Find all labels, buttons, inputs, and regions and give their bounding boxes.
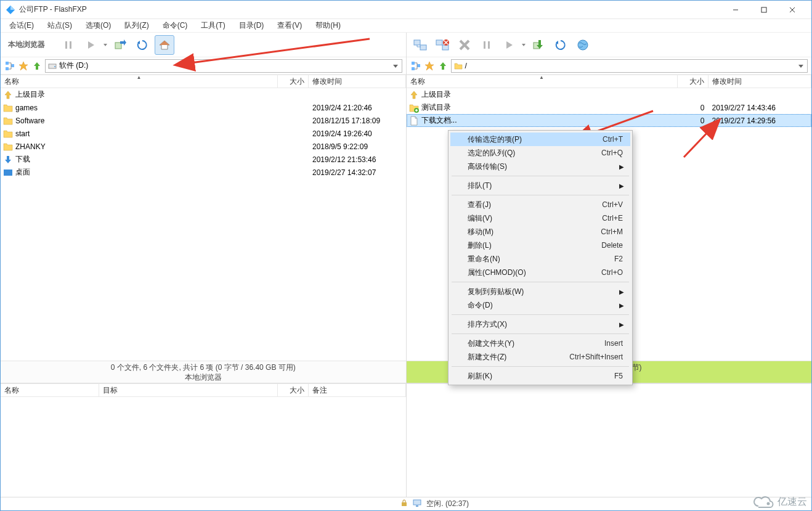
refresh-button[interactable] xyxy=(132,35,152,55)
context-menu-item[interactable]: 编辑(V)Ctrl+E xyxy=(450,211,630,225)
transfer-button[interactable] xyxy=(110,35,130,55)
context-menu-item[interactable]: 复制到剪贴板(W)▶ xyxy=(450,285,630,298)
context-menu-item[interactable]: 重命名(N)F2 xyxy=(450,252,630,266)
menu-shortcut: F2 xyxy=(614,255,623,263)
minimize-button[interactable] xyxy=(721,1,750,19)
queue-body[interactable] xyxy=(1,397,406,497)
menu-item[interactable]: 查看(V) xyxy=(272,19,307,32)
svg-rect-46 xyxy=(402,502,407,506)
up-arrow-icon[interactable] xyxy=(31,60,43,72)
context-menu-item[interactable]: 移动(M)Ctrl+M xyxy=(450,225,630,239)
menu-item[interactable]: 会话(E) xyxy=(4,19,39,32)
svg-rect-47 xyxy=(413,500,421,505)
context-menu-item[interactable]: 排队(T)▶ xyxy=(450,179,630,192)
dropdown-icon[interactable] xyxy=(521,39,526,51)
context-menu-item[interactable]: 选定的队列(Q)Ctrl+Q xyxy=(450,146,630,160)
queue-col-target[interactable]: 目标 xyxy=(99,384,278,396)
svg-rect-23 xyxy=(420,45,426,50)
context-menu-item[interactable]: 高级传输(S)▶ xyxy=(450,160,630,173)
queue-col-size[interactable]: 大小 xyxy=(278,384,309,396)
close-button[interactable] xyxy=(778,1,806,19)
col-mtime[interactable]: 修改时间 xyxy=(309,75,406,88)
menu-item[interactable]: 工具(T) xyxy=(196,19,230,32)
col-mtime[interactable]: 修改时间 xyxy=(708,75,812,88)
local-file-list[interactable]: 上级目录games2019/2/4 21:20:46Software2018/1… xyxy=(1,88,406,361)
svg-rect-40 xyxy=(417,64,420,67)
disconnect-button[interactable] xyxy=(432,35,452,55)
context-menu-item[interactable]: 传输选定的项(P)Ctrl+T xyxy=(450,133,630,146)
svg-marker-41 xyxy=(425,62,434,70)
menu-shortcut: Ctrl+T xyxy=(603,135,623,144)
item-name: 下载文档... xyxy=(421,115,457,126)
context-menu-item[interactable]: 命令(D)▶ xyxy=(450,298,630,312)
menu-item[interactable]: 目录(D) xyxy=(234,19,269,32)
queue-col-note[interactable]: 备注 xyxy=(309,384,406,396)
svg-rect-6 xyxy=(65,41,67,49)
connect-button[interactable] xyxy=(410,35,430,55)
svg-rect-39 xyxy=(412,67,415,70)
local-columns: ▲名称 大小 修改时间 xyxy=(1,75,406,88)
menu-label: 删除(L) xyxy=(468,240,492,251)
submenu-arrow-icon: ▶ xyxy=(619,288,624,295)
queue-col-name[interactable]: 名称 xyxy=(1,384,99,396)
remote-path-input[interactable]: / xyxy=(451,59,808,73)
log-body[interactable] xyxy=(407,383,812,497)
play-button[interactable] xyxy=(81,35,100,55)
pause-button[interactable] xyxy=(477,35,497,55)
local-path-input[interactable]: 软件 (D:) xyxy=(45,59,402,73)
dropdown-icon[interactable] xyxy=(103,39,108,51)
list-item[interactable]: 测试目录02019/2/27 14:43:46 xyxy=(407,101,812,114)
tree-icon[interactable] xyxy=(410,60,421,72)
context-menu-item[interactable]: 排序方式(X)▶ xyxy=(450,317,630,331)
globe-button[interactable] xyxy=(573,35,593,55)
item-mtime: 2019/2/12 21:53:46 xyxy=(309,155,406,164)
dropdown-icon[interactable] xyxy=(797,62,805,70)
list-item[interactable]: 下载文档...02019/2/27 14:29:56 xyxy=(407,114,812,127)
svg-marker-1 xyxy=(10,6,15,10)
bookmark-icon[interactable] xyxy=(424,60,435,72)
dropdown-icon[interactable] xyxy=(391,62,400,70)
context-menu-item[interactable]: 创建文件夹(Y)Insert xyxy=(450,337,630,350)
menu-item[interactable]: 命令(C) xyxy=(158,19,193,32)
abort-button[interactable] xyxy=(455,35,474,55)
play-button[interactable] xyxy=(499,35,519,55)
menu-item[interactable]: 站点(S) xyxy=(43,19,77,32)
maximize-button[interactable] xyxy=(750,1,778,19)
list-item[interactable]: 上级目录 xyxy=(407,88,812,101)
folder-icon xyxy=(3,129,13,139)
context-menu-item[interactable]: 删除(L)Delete xyxy=(450,239,630,252)
list-item[interactable]: ZHANKY2018/9/5 9:22:09 xyxy=(1,140,406,153)
svg-rect-48 xyxy=(416,505,418,507)
context-menu-item[interactable]: 刷新(K)F5 xyxy=(450,369,630,383)
context-menu-item[interactable]: 属性(CHMOD)(O)Ctrl+O xyxy=(450,266,630,279)
list-item[interactable]: 上级目录 xyxy=(1,88,406,101)
item-name: 测试目录 xyxy=(421,102,451,113)
list-item[interactable]: Software2018/12/15 17:18:09 xyxy=(1,114,406,127)
download-button[interactable] xyxy=(529,35,548,55)
menu-shortcut: F5 xyxy=(614,372,623,380)
bookmark-icon[interactable] xyxy=(18,60,29,72)
svg-marker-8 xyxy=(88,41,94,49)
col-size[interactable]: 大小 xyxy=(678,75,708,88)
home-button[interactable] xyxy=(155,35,174,55)
list-item[interactable]: 下载2019/2/12 21:53:46 xyxy=(1,153,406,166)
list-item[interactable]: 桌面2019/2/27 14:32:07 xyxy=(1,166,406,179)
remote-toolbar xyxy=(407,33,812,57)
col-size[interactable]: 大小 xyxy=(278,75,309,88)
context-menu-item[interactable]: 查看(J)Ctrl+V xyxy=(450,198,630,211)
tree-icon[interactable] xyxy=(4,60,15,72)
menu-label: 高级传输(S) xyxy=(468,161,507,172)
menu-item[interactable]: 帮助(H) xyxy=(311,19,346,32)
pause-button[interactable] xyxy=(59,35,78,55)
menu-item[interactable]: 队列(Z) xyxy=(120,19,153,32)
item-name: games xyxy=(15,104,38,112)
col-name[interactable]: ▲名称 xyxy=(407,75,678,88)
context-menu-item[interactable]: 新建文件(Z)Ctrl+Shift+Insert xyxy=(450,350,630,364)
list-item[interactable]: games2019/2/4 21:20:46 xyxy=(1,101,406,114)
menu-item[interactable]: 选项(O) xyxy=(81,19,116,32)
col-name[interactable]: ▲名称 xyxy=(1,75,278,88)
remote-path-text: / xyxy=(465,62,467,70)
list-item[interactable]: start2019/2/4 19:26:40 xyxy=(1,127,406,140)
up-arrow-icon[interactable] xyxy=(437,60,449,72)
refresh-button[interactable] xyxy=(551,35,570,55)
